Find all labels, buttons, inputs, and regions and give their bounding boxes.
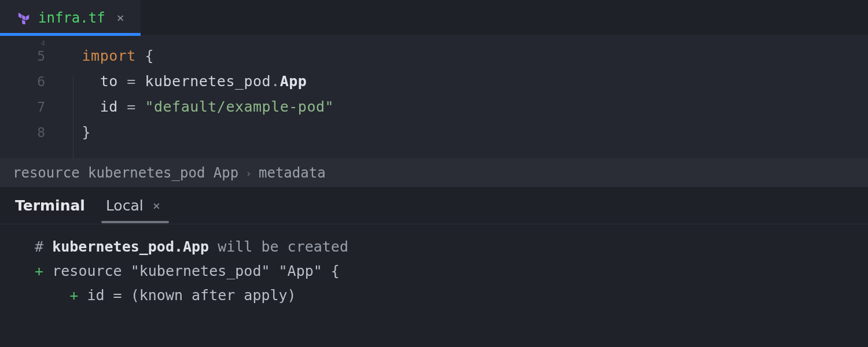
editor-tab-bar: infra.tf × [0, 0, 868, 36]
line-number: 8 [0, 125, 73, 140]
line-number: 5 [0, 49, 73, 64]
panel-tab-bar: Terminal Local × [0, 187, 868, 224]
terminal-text [17, 263, 35, 279]
terminal-text: kubernetes_pod.App [52, 238, 209, 255]
line-number: 4 [0, 39, 73, 47]
close-icon[interactable]: × [113, 12, 128, 24]
code-line: id = "default/example-pod" [73, 98, 334, 115]
line-number: 7 [0, 99, 73, 115]
terminal-text: will be created [209, 238, 348, 255]
code-editor[interactable]: 4 5 import { 6 to = kubernetes_pod.App 7… [0, 36, 868, 158]
file-tab-infra[interactable]: infra.tf × [0, 0, 141, 35]
panel-tab-local[interactable]: Local [106, 189, 144, 222]
code-line: import { [73, 47, 154, 64]
breadcrumb-segment[interactable]: resource kubernetes_pod App [13, 165, 238, 181]
svg-marker-1 [22, 14, 25, 20]
terminal-text [17, 287, 69, 304]
terraform-icon [17, 12, 30, 24]
breadcrumb-segment[interactable]: metadata [259, 165, 326, 181]
plus-icon: + [35, 263, 43, 279]
terminal-text: # [17, 238, 52, 255]
terminal-text: id = (known after apply) [78, 287, 296, 304]
code-line: } [73, 124, 91, 141]
svg-marker-0 [19, 12, 21, 18]
terminal-output[interactable]: # kubernetes_pod.App will be created + r… [0, 224, 868, 347]
breadcrumb[interactable]: resource kubernetes_pod App › metadata [0, 158, 868, 187]
code-line: to = kubernetes_pod.App [73, 73, 307, 90]
close-icon[interactable]: × [150, 198, 160, 213]
panel-tab-terminal[interactable]: Terminal [15, 189, 85, 222]
line-number: 6 [0, 74, 73, 89]
file-tab-label: infra.tf [38, 10, 105, 26]
terminal-text: resource "kubernetes_pod" "App" { [43, 263, 340, 279]
chevron-right-icon: › [245, 167, 252, 179]
plus-icon: + [69, 287, 78, 304]
svg-marker-2 [26, 14, 29, 20]
